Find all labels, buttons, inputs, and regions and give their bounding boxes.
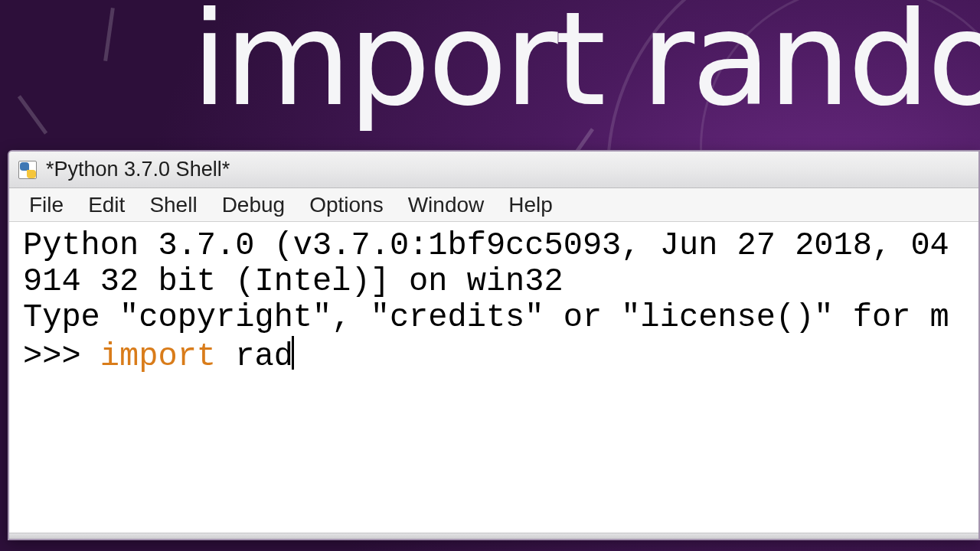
- menu-bar: File Edit Shell Debug Options Window Hel…: [9, 188, 978, 222]
- shell-banner-line-1: Python 3.7.0 (v3.7.0:1bf9cc5093, Jun 27 …: [23, 227, 949, 264]
- menu-debug[interactable]: Debug: [210, 190, 298, 220]
- menu-help[interactable]: Help: [496, 190, 565, 220]
- menu-edit[interactable]: Edit: [76, 190, 137, 220]
- typed-text: rad: [216, 338, 293, 375]
- shell-banner-line-2: 914 32 bit (Intel)] on win32: [23, 263, 564, 300]
- menu-options[interactable]: Options: [297, 190, 396, 220]
- python-idle-icon: [17, 159, 38, 181]
- window-titlebar[interactable]: *Python 3.7.0 Shell*: [9, 152, 978, 188]
- menu-file[interactable]: File: [17, 190, 76, 220]
- window-bottom-frame: [9, 533, 978, 539]
- menu-shell[interactable]: Shell: [137, 190, 209, 220]
- shell-prompt: >>>: [23, 338, 100, 375]
- shell-banner-line-3: Type "copyright", "credits" or "license(…: [23, 299, 949, 336]
- window-title: *Python 3.7.0 Shell*: [46, 158, 230, 181]
- text-cursor: [292, 336, 294, 370]
- shell-text-area[interactable]: Python 3.7.0 (v3.7.0:1bf9cc5093, Jun 27 …: [9, 222, 978, 533]
- background-banner-text: import random: [191, 0, 980, 135]
- keyword-import: import: [100, 338, 216, 375]
- idle-shell-window: *Python 3.7.0 Shell* File Edit Shell Deb…: [8, 150, 980, 540]
- menu-window[interactable]: Window: [396, 190, 497, 220]
